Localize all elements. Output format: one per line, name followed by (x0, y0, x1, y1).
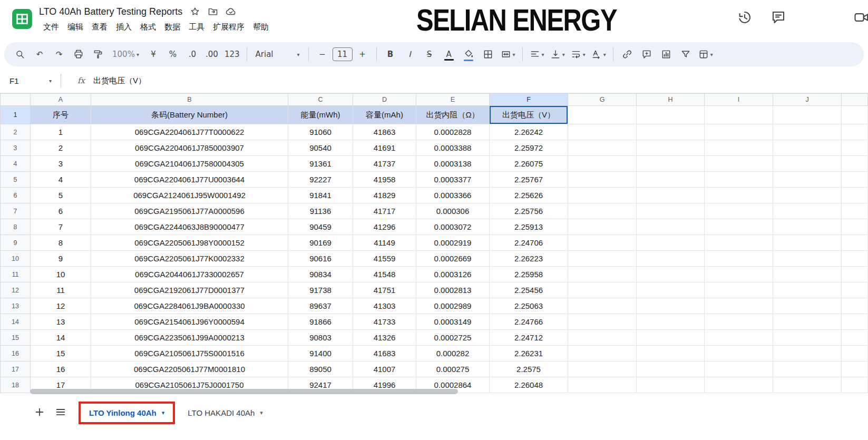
cell-G9[interactable] (568, 235, 637, 251)
cell-F15[interactable]: 2.24712 (490, 330, 568, 346)
decrease-decimal-button[interactable]: .0 (183, 45, 202, 63)
cell-J2[interactable] (773, 124, 842, 140)
cell-D6[interactable]: 41829 (353, 188, 416, 203)
column-header-B[interactable]: B (91, 94, 288, 106)
cell-J3[interactable] (773, 140, 842, 156)
cell-A17[interactable]: 16 (31, 361, 91, 377)
move-folder-icon[interactable] (208, 6, 218, 17)
cell-C9[interactable]: 90169 (288, 235, 353, 251)
create-filter-button[interactable] (676, 45, 695, 63)
column-header-F[interactable]: F (490, 94, 568, 106)
name-box[interactable]: F1 ▾ (0, 76, 57, 85)
menu-extensions[interactable]: 扩展程序 (209, 21, 249, 34)
cell-C2[interactable]: 91060 (288, 124, 353, 140)
cell-H15[interactable] (637, 330, 705, 346)
row-header-4[interactable]: 4 (1, 156, 31, 172)
cell-D11[interactable]: 41548 (353, 267, 416, 282)
cell-H1[interactable] (637, 106, 705, 124)
cell-C12[interactable]: 91738 (288, 282, 353, 298)
cell-D3[interactable]: 41691 (353, 140, 416, 156)
cell-H5[interactable] (637, 172, 705, 188)
cell-E5[interactable]: 0.0003377 (416, 172, 490, 188)
row-header-10[interactable]: 10 (1, 251, 31, 267)
fill-color-button[interactable] (459, 45, 478, 63)
cell-B7[interactable]: 069CGA2195061J77A0000596 (91, 203, 288, 219)
cell-G1[interactable] (568, 106, 637, 124)
cell-D16[interactable]: 41683 (353, 346, 416, 361)
cell-C6[interactable]: 91841 (288, 188, 353, 203)
cell-C17[interactable]: 89050 (288, 361, 353, 377)
cell-A15[interactable]: 14 (31, 330, 91, 346)
cell-J8[interactable] (773, 219, 842, 235)
comments-icon[interactable] (771, 9, 786, 25)
cell-I6[interactable] (705, 188, 773, 203)
cell-J16[interactable] (773, 346, 842, 361)
cell-H18[interactable] (637, 377, 705, 393)
cell-G4[interactable] (568, 156, 637, 172)
all-sheets-button[interactable] (50, 402, 71, 423)
cell-B9[interactable]: 069CGA2205061J98Y0000152 (91, 235, 288, 251)
cell-C11[interactable]: 90834 (288, 267, 353, 282)
cell-F9[interactable]: 2.24706 (490, 235, 568, 251)
format-currency-button[interactable]: ¥ (144, 45, 163, 63)
cell-A6[interactable]: 5 (31, 188, 91, 203)
cell-D4[interactable]: 41737 (353, 156, 416, 172)
cell-G17[interactable] (568, 361, 637, 377)
cell-H2[interactable] (637, 124, 705, 140)
cell-I12[interactable] (705, 282, 773, 298)
cell-F18[interactable]: 2.26048 (490, 377, 568, 393)
cell-G5[interactable] (568, 172, 637, 188)
cell-A9[interactable]: 8 (31, 235, 91, 251)
cell-H12[interactable] (637, 282, 705, 298)
cell-E6[interactable]: 0.0003366 (416, 188, 490, 203)
menu-help[interactable]: 帮助 (249, 21, 273, 34)
cell-C16[interactable]: 91400 (288, 346, 353, 361)
cell-G3[interactable] (568, 140, 637, 156)
cell-J1[interactable] (773, 106, 842, 124)
cell-D8[interactable]: 41296 (353, 219, 416, 235)
cell-A4[interactable]: 3 (31, 156, 91, 172)
text-rotation-button[interactable]: ▾ (589, 45, 609, 63)
cell-J17[interactable] (773, 361, 842, 377)
cell-E3[interactable]: 0.0003388 (416, 140, 490, 156)
cell-B12[interactable]: 069CGA2192061J77D0001377 (91, 282, 288, 298)
cell-I1[interactable] (705, 106, 773, 124)
cell-F13[interactable]: 2.25063 (490, 298, 568, 314)
cell-E17[interactable]: 0.000275 (416, 361, 490, 377)
cell-E8[interactable]: 0.0003072 (416, 219, 490, 235)
cell-H8[interactable] (637, 219, 705, 235)
cell-C8[interactable]: 90459 (288, 219, 353, 235)
cell-I7[interactable] (705, 203, 773, 219)
menu-insert[interactable]: 插入 (112, 21, 136, 34)
cell-D2[interactable]: 41863 (353, 124, 416, 140)
version-history-icon[interactable] (737, 9, 753, 25)
cell-H9[interactable] (637, 235, 705, 251)
cell-F8[interactable]: 2.25913 (490, 219, 568, 235)
increase-decimal-button[interactable]: .00 (202, 45, 221, 63)
cell-E10[interactable]: 0.0002669 (416, 251, 490, 267)
cell-E12[interactable]: 0.0002813 (416, 282, 490, 298)
star-icon[interactable] (190, 6, 200, 17)
search-button[interactable] (11, 45, 30, 63)
formula-input[interactable]: 出货电压（V） (93, 76, 146, 86)
cell-I16[interactable] (705, 346, 773, 361)
cell-J6[interactable] (773, 188, 842, 203)
cell-A2[interactable]: 1 (31, 124, 91, 140)
cell-I15[interactable] (705, 330, 773, 346)
cloud-saved-icon[interactable] (226, 6, 236, 17)
menu-tools[interactable]: 工具 (184, 21, 209, 34)
cell-H14[interactable] (637, 314, 705, 330)
cell-E11[interactable]: 0.0003126 (416, 267, 490, 282)
cell-A13[interactable]: 12 (31, 298, 91, 314)
cell-A7[interactable]: 6 (31, 203, 91, 219)
cell-F3[interactable]: 2.25972 (490, 140, 568, 156)
cell-B13[interactable]: 069CGA2284061J9BA0000330 (91, 298, 288, 314)
column-header-E[interactable]: E (416, 94, 490, 106)
cell-I18[interactable] (705, 377, 773, 393)
cell-F5[interactable]: 2.25767 (490, 172, 568, 188)
cell-H16[interactable] (637, 346, 705, 361)
cell-B16[interactable]: 069CGA2105061J75S0001516 (91, 346, 288, 361)
cell-D12[interactable]: 41751 (353, 282, 416, 298)
cell-E9[interactable]: 0.0002919 (416, 235, 490, 251)
cell-G15[interactable] (568, 330, 637, 346)
